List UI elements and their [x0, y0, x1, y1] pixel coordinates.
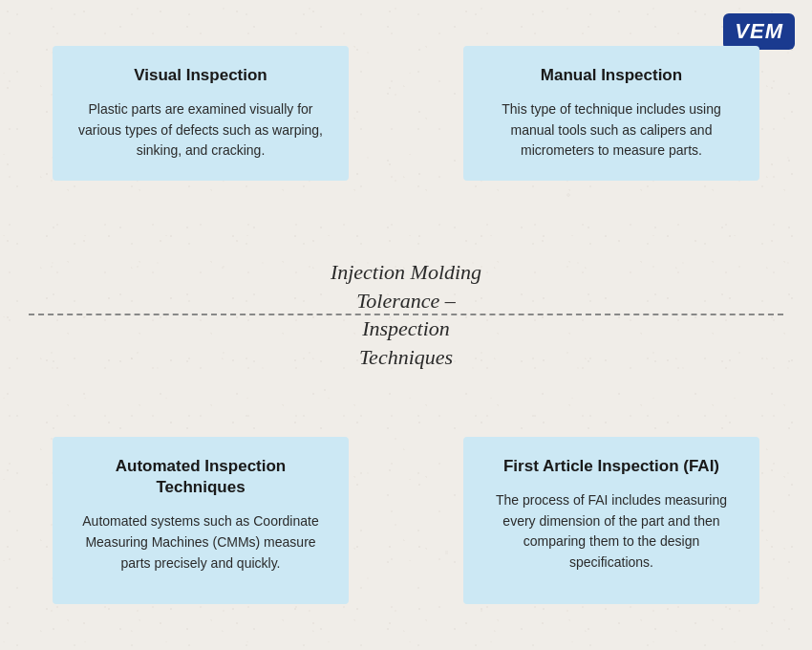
card-fai-inspection: First Article Inspection (FAI) The proce… [463, 437, 759, 604]
page: VEM Injection Molding Tolerance – Inspec… [0, 0, 812, 650]
card-automated-inspection-body: Automated systems such as Coordinate Mea… [74, 511, 328, 574]
card-automated-inspection-title: Automated Inspection Techniques [74, 456, 328, 498]
card-automated-inspection: Automated Inspection Techniques Automate… [53, 437, 349, 604]
card-fai-inspection-body: The process of FAI includes measuring ev… [484, 490, 738, 574]
card-manual-inspection-title: Manual Inspection [484, 65, 738, 86]
card-visual-inspection-body: Plastic parts are examined visually for … [74, 99, 328, 162]
card-manual-inspection: Manual Inspection This type of technique… [463, 46, 759, 181]
card-fai-inspection-title: First Article Inspection (FAI) [484, 456, 738, 477]
card-manual-inspection-body: This type of technique includes using ma… [484, 99, 738, 162]
card-visual-inspection: Visual Inspection Plastic parts are exam… [53, 46, 349, 181]
card-visual-inspection-title: Visual Inspection [74, 65, 328, 86]
page-title: Injection Molding Tolerance – Inspection… [291, 258, 521, 372]
vem-logo: VEM [723, 13, 795, 50]
center-title-block: Injection Molding Tolerance – Inspection… [291, 258, 521, 372]
